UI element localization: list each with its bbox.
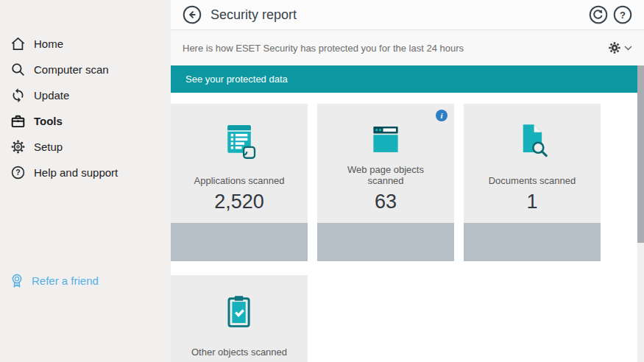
help-icon: ? — [10, 165, 26, 181]
card-applications-scanned[interactable]: Applications scanned 2,520 — [171, 104, 308, 261]
eset-security-window: Home Computer scan Update — [0, 0, 644, 362]
refer-a-friend-link[interactable]: Refer a friend — [10, 273, 99, 288]
card-value: 63 — [375, 191, 397, 213]
sidebar: Home Computer scan Update — [0, 0, 171, 362]
scrollbar-thumb[interactable] — [637, 65, 644, 243]
card-label: Documents scanned — [489, 164, 576, 186]
documents-scanned-icon — [508, 118, 556, 164]
sidebar-item-computer-scan[interactable]: Computer scan — [0, 57, 171, 82]
banner-label: See your protected data — [185, 74, 288, 85]
header-actions: ? — [589, 5, 632, 24]
vertical-scrollbar[interactable] — [637, 65, 644, 362]
card-footer-bar — [171, 223, 308, 261]
card-label: Applications scanned — [194, 164, 285, 186]
sidebar-item-label: Update — [34, 89, 69, 102]
card-documents-scanned[interactable]: Documents scanned 1 — [464, 104, 601, 261]
computer-scan-icon — [10, 62, 26, 78]
rosette-icon — [10, 273, 24, 288]
home-icon — [10, 36, 26, 52]
report-content: See your protected data — [171, 65, 644, 362]
help-button[interactable]: ? — [613, 5, 632, 24]
card-label: Other objects scanned — [191, 336, 287, 358]
main-area: Security report ? — [171, 0, 644, 362]
chevron-down-icon — [624, 46, 632, 51]
sidebar-item-help-and-support[interactable]: ? Help and support — [0, 160, 171, 185]
refresh-button[interactable] — [589, 5, 608, 24]
protected-data-banner[interactable]: See your protected data — [171, 65, 637, 93]
help-icon: ? — [613, 5, 632, 24]
sidebar-item-home[interactable]: Home — [0, 31, 171, 57]
web-page-objects-icon — [361, 118, 410, 164]
statistics-cards: Applications scanned 2,520 i — [171, 104, 634, 362]
card-other-objects-scanned[interactable]: Other objects scanned — [171, 275, 308, 362]
gear-icon — [608, 41, 621, 54]
card-label: Web page objects scanned — [330, 164, 441, 186]
tools-icon — [10, 113, 26, 129]
subheader-text: Here is how ESET Security has protected … — [183, 43, 464, 54]
svg-text:?: ? — [620, 10, 626, 21]
refresh-icon — [589, 5, 608, 24]
card-value: 1 — [526, 191, 537, 213]
page-header: Security report ? — [171, 0, 644, 30]
sidebar-item-label: Setup — [34, 141, 63, 153]
card-footer-bar — [464, 223, 601, 261]
subheader: Here is how ESET Security has protected … — [171, 30, 644, 65]
sidebar-item-tools[interactable]: Tools — [0, 108, 171, 134]
sidebar-item-setup[interactable]: Setup — [0, 134, 171, 160]
refer-a-friend-label: Refer a friend — [32, 274, 99, 287]
back-arrow-icon — [183, 5, 202, 24]
card-web-page-objects-scanned[interactable]: i Web page objects scanned 63 — [317, 104, 454, 261]
info-icon[interactable]: i — [436, 110, 447, 121]
svg-text:?: ? — [15, 168, 20, 177]
sidebar-item-label: Help and support — [34, 166, 118, 179]
applications-scanned-icon — [215, 118, 263, 164]
other-objects-scanned-icon — [215, 290, 263, 336]
sidebar-item-update[interactable]: Update — [0, 82, 171, 108]
sidebar-item-label: Home — [34, 38, 63, 50]
sidebar-item-label: Computer scan — [34, 63, 109, 76]
setup-icon — [10, 139, 26, 155]
report-options-dropdown[interactable] — [608, 41, 632, 54]
card-footer-bar — [317, 223, 454, 261]
back-button[interactable] — [183, 5, 202, 24]
update-icon — [10, 88, 26, 104]
page-title: Security report — [210, 7, 297, 23]
card-value: 2,520 — [214, 191, 264, 213]
sidebar-item-label: Tools — [34, 115, 63, 127]
sidebar-nav: Home Computer scan Update — [0, 0, 171, 185]
